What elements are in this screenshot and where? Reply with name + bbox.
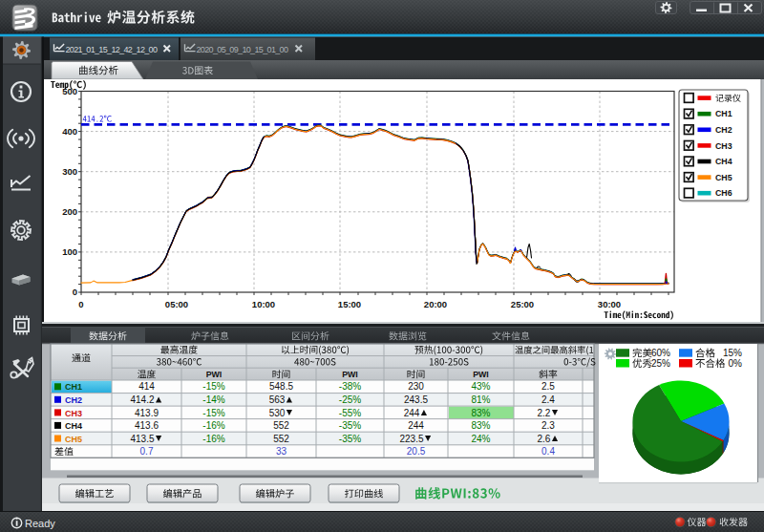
svg-text:244: 244 [404,408,420,418]
svg-text:05:00: 05:00 [165,299,188,309]
svg-text:552: 552 [273,434,289,444]
svg-text:81%: 81% [472,394,491,405]
svg-text:552: 552 [273,420,289,431]
svg-text:CH3: CH3 [715,141,732,151]
svg-text:530: 530 [269,408,286,418]
svg-text:-25%: -25% [339,394,361,405]
svg-text:CH2: CH2 [65,395,82,405]
svg-text:413.9: 413.9 [135,408,159,418]
svg-text:CH3: CH3 [65,409,82,418]
svg-text:230: 230 [408,381,424,392]
svg-text:CH1: CH1 [715,109,732,118]
svg-text:2021_01_15_12_42_12_00: 2021_01_15_12_42_12_00 [66,45,158,54]
svg-text:0%: 0% [729,358,743,369]
svg-text:414.2: 414.2 [131,394,155,405]
svg-text:413.5: 413.5 [131,434,155,444]
svg-text:-35%: -35% [339,434,361,444]
svg-text:-15%: -15% [202,408,224,418]
svg-text:CH2: CH2 [715,125,732,135]
svg-text:10:00: 10:00 [252,299,275,309]
svg-text:414: 414 [138,381,155,392]
svg-text:25%: 25% [651,358,670,369]
svg-text:-14%: -14% [202,394,224,405]
svg-text:-15%: -15% [202,381,224,392]
svg-text:83%: 83% [472,408,491,418]
svg-text:Ready: Ready [25,518,55,529]
svg-text:244: 244 [408,420,424,431]
svg-text:563: 563 [269,394,286,405]
svg-text:223.5: 223.5 [400,434,424,444]
svg-text:25:00: 25:00 [511,299,534,309]
svg-text:20:00: 20:00 [424,299,447,309]
svg-text:CH4: CH4 [715,157,732,166]
svg-text:100: 100 [62,246,77,257]
svg-text:413.6: 413.6 [135,420,159,431]
svg-text:20.5: 20.5 [407,446,426,457]
svg-text:2.6: 2.6 [538,434,551,444]
svg-text:0: 0 [78,299,83,309]
svg-text:0: 0 [73,287,77,297]
svg-text:2020_05_09_10_15_01_00: 2020_05_09_10_15_01_00 [197,45,288,54]
svg-text:24%: 24% [472,434,491,444]
svg-text:-55%: -55% [339,408,361,418]
svg-text:30:00: 30:00 [598,299,621,309]
svg-text:-38%: -38% [339,381,361,392]
svg-text:CH5: CH5 [65,435,82,444]
svg-text:PWI: PWI [473,370,489,379]
svg-text:15%: 15% [723,348,742,358]
svg-text:15:00: 15:00 [338,299,361,309]
svg-text:PWI: PWI [206,370,223,379]
svg-text:0.4: 0.4 [541,446,555,457]
svg-text:2.5: 2.5 [541,381,555,392]
svg-text:2.2: 2.2 [538,408,551,418]
svg-text:-35%: -35% [339,420,361,431]
svg-text:200: 200 [62,206,77,217]
svg-text:243.5: 243.5 [404,394,428,405]
svg-text:CH5: CH5 [715,173,732,182]
svg-text:83%: 83% [472,420,491,431]
svg-text:43%: 43% [472,381,491,392]
svg-text:PWI: PWI [342,370,358,379]
svg-text:400: 400 [62,126,77,137]
svg-text:CH1: CH1 [65,382,82,392]
svg-text:500: 500 [62,86,77,96]
svg-text:548.5: 548.5 [269,381,293,392]
svg-text:60%: 60% [651,348,670,358]
svg-text:2.3: 2.3 [541,420,555,431]
svg-text:-16%: -16% [202,420,224,431]
svg-text:-16%: -16% [202,434,224,444]
svg-text:33: 33 [276,446,287,457]
svg-text:CH6: CH6 [715,188,732,198]
svg-text:0.7: 0.7 [140,446,154,457]
svg-text:300: 300 [62,166,77,177]
svg-text:2.4: 2.4 [541,394,555,405]
svg-text:CH4: CH4 [65,421,82,431]
